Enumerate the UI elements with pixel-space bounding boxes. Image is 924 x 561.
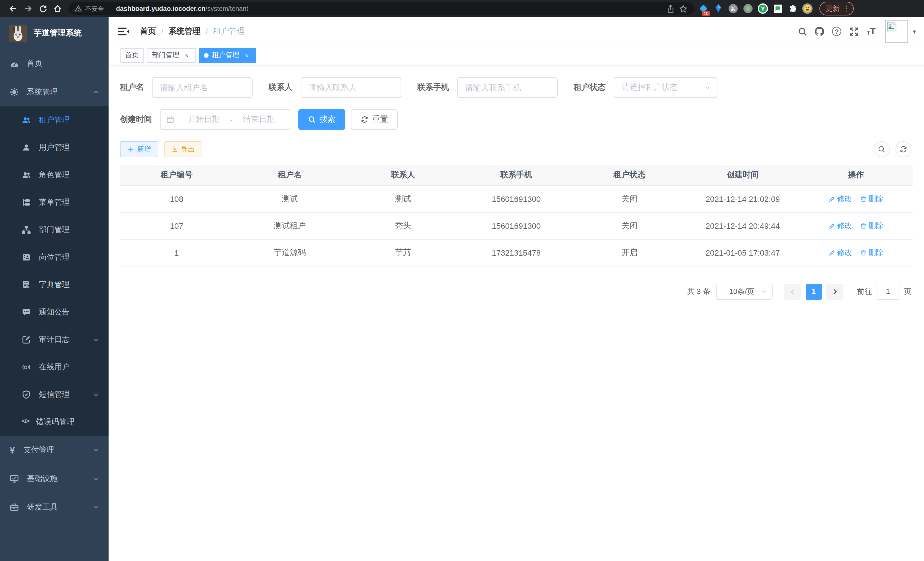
tab-home[interactable]: 首页 bbox=[120, 48, 144, 63]
delete-link[interactable]: 删除 bbox=[860, 220, 884, 231]
edit-icon bbox=[829, 249, 836, 256]
cell-status: 开启 bbox=[573, 239, 686, 266]
extension-record-icon[interactable] bbox=[742, 2, 754, 15]
cell-created: 2021-12-14 21:02:09 bbox=[686, 185, 799, 212]
tab-tenant[interactable]: 租户管理 × bbox=[199, 48, 256, 63]
extension-kite-icon[interactable] bbox=[712, 2, 724, 15]
sidebar-item-role[interactable]: 角色管理 bbox=[0, 161, 109, 189]
sidebar-item-online-users[interactable]: 在线用户 bbox=[0, 353, 109, 381]
table-row: 108 测试 测试 15601691300 关闭 2021-12-14 21:0… bbox=[120, 185, 913, 212]
sidebar-item-sms[interactable]: 短信管理 bbox=[0, 381, 109, 408]
browser-back-button[interactable] bbox=[6, 1, 21, 16]
extension-command-icon[interactable]: ⌘ bbox=[727, 2, 740, 15]
mobile-input[interactable] bbox=[457, 77, 558, 98]
sidebar: 芋道管理系统 首页 系统管理 bbox=[0, 17, 109, 561]
share-icon[interactable] bbox=[664, 1, 676, 16]
cell-actions: 修改 删除 bbox=[800, 212, 913, 239]
sidebar-item-post[interactable]: 岗位管理 bbox=[0, 244, 109, 271]
edit-link[interactable]: 修改 bbox=[829, 220, 852, 231]
breadcrumb-system[interactable]: 系统管理 bbox=[169, 26, 201, 37]
browser-menu-icon[interactable]: ⋮ bbox=[843, 5, 850, 13]
page-number-button[interactable]: 1 bbox=[806, 283, 822, 299]
role-users-icon bbox=[22, 170, 31, 180]
sidebar-item-dict[interactable]: 字典管理 bbox=[0, 271, 109, 299]
sidebar-item-home[interactable]: 首页 bbox=[0, 49, 109, 78]
date-start-placeholder: 开始日期 bbox=[179, 114, 229, 125]
contact-input[interactable] bbox=[301, 77, 401, 98]
create-time-range-picker[interactable]: 开始日期 - 结束日期 bbox=[160, 109, 290, 130]
sidebar-item-label: 用户管理 bbox=[39, 142, 103, 153]
sidebar-item-errcode[interactable]: </> 错误码管理 bbox=[0, 408, 109, 436]
edit-icon bbox=[829, 195, 836, 202]
download-icon bbox=[171, 146, 178, 153]
browser-home-button[interactable] bbox=[50, 1, 65, 16]
extension-chat-icon[interactable] bbox=[771, 2, 784, 15]
chevron-down-icon bbox=[93, 391, 99, 398]
sidebar-item-notice[interactable]: 通知公告 bbox=[0, 299, 109, 326]
user-avatar bbox=[885, 20, 908, 43]
sidebar-item-system[interactable]: 系统管理 bbox=[0, 78, 109, 106]
sidebar-item-pay[interactable]: ¥ 支付管理 bbox=[0, 436, 109, 464]
prev-page-button[interactable] bbox=[784, 283, 801, 299]
export-button[interactable]: 导出 bbox=[164, 141, 202, 157]
sidebar-item-dept[interactable]: 部门管理 bbox=[0, 216, 109, 244]
users-icon bbox=[22, 116, 31, 125]
refresh-table-button[interactable] bbox=[896, 141, 911, 157]
cell-status: 关闭 bbox=[573, 212, 686, 239]
reset-button[interactable]: 重置 bbox=[351, 109, 398, 130]
toolbox-icon bbox=[10, 503, 19, 512]
breadcrumb-home[interactable]: 首页 bbox=[140, 26, 156, 37]
sidebar-item-devtools[interactable]: 研发工具 bbox=[0, 493, 109, 522]
shield-icon bbox=[22, 390, 31, 399]
font-size-icon[interactable]: TT bbox=[862, 23, 880, 40]
edit-link[interactable]: 修改 bbox=[829, 194, 852, 204]
toggle-search-button[interactable] bbox=[874, 141, 890, 157]
close-icon[interactable]: × bbox=[183, 51, 191, 59]
bookmark-star-icon[interactable] bbox=[676, 1, 689, 16]
tab-dept[interactable]: 部门管理 × bbox=[147, 48, 196, 63]
sidebar-item-label: 首页 bbox=[27, 58, 103, 69]
tenant-name-input[interactable] bbox=[152, 77, 253, 98]
yen-icon: ¥ bbox=[10, 445, 15, 455]
search-button[interactable]: 搜索 bbox=[298, 109, 345, 130]
extension-diamond-icon[interactable]: 10 bbox=[697, 2, 710, 15]
next-page-button[interactable] bbox=[826, 283, 843, 299]
user-icon bbox=[22, 143, 31, 152]
app-logo[interactable]: 芋道管理系统 bbox=[0, 17, 109, 49]
browser-reload-button[interactable] bbox=[35, 1, 50, 16]
url-host: dashboard.yudao.iocoder.cn bbox=[116, 5, 206, 12]
sidebar-item-tenant[interactable]: 租户管理 bbox=[0, 106, 109, 134]
calendar-icon bbox=[166, 116, 174, 123]
goto-page-input[interactable] bbox=[877, 283, 899, 299]
user-menu[interactable]: ▾ bbox=[885, 20, 916, 43]
help-icon[interactable]: ? bbox=[828, 23, 845, 40]
page-size-select[interactable]: 10条/页 bbox=[716, 283, 772, 299]
fullscreen-icon[interactable] bbox=[845, 23, 862, 40]
close-icon[interactable]: × bbox=[243, 51, 251, 59]
delete-link[interactable]: 删除 bbox=[860, 194, 884, 204]
security-label: 不安全 bbox=[85, 4, 104, 13]
sidebar-item-infra[interactable]: 基础设施 bbox=[0, 464, 109, 493]
browser-update-button[interactable]: 更新 ⋮ bbox=[819, 2, 854, 15]
breadcrumb: 首页 / 系统管理 / 租户管理 bbox=[140, 26, 245, 37]
status-select[interactable]: 请选择租户状态 bbox=[614, 77, 717, 98]
profile-avatar[interactable] bbox=[801, 2, 814, 15]
extensions-puzzle-icon[interactable] bbox=[786, 2, 799, 15]
address-bar[interactable]: 不安全 dashboard.yudao.iocoder.cn/system/te… bbox=[69, 2, 695, 15]
edit-link[interactable]: 修改 bbox=[829, 247, 852, 258]
header-search-icon[interactable] bbox=[794, 23, 811, 40]
sidebar-toggle-icon[interactable] bbox=[116, 24, 131, 39]
extension-y-icon[interactable]: Y bbox=[757, 2, 769, 15]
delete-link[interactable]: 删除 bbox=[860, 247, 884, 258]
chevron-down-icon bbox=[704, 84, 711, 91]
sidebar-item-label: 支付管理 bbox=[23, 445, 93, 455]
github-icon[interactable] bbox=[811, 23, 828, 40]
sidebar-item-user[interactable]: 用户管理 bbox=[0, 134, 109, 161]
browser-forward-button[interactable] bbox=[21, 1, 35, 16]
add-button[interactable]: 新增 bbox=[120, 141, 158, 157]
sidebar-item-menu[interactable]: 菜单管理 bbox=[0, 189, 109, 216]
cell-tenant-name: 测试租户 bbox=[233, 212, 346, 239]
cell-tenant-name: 测试 bbox=[233, 185, 346, 212]
sidebar-item-audit-log[interactable]: 审计日志 bbox=[0, 326, 109, 353]
chevron-down-icon bbox=[93, 336, 99, 343]
